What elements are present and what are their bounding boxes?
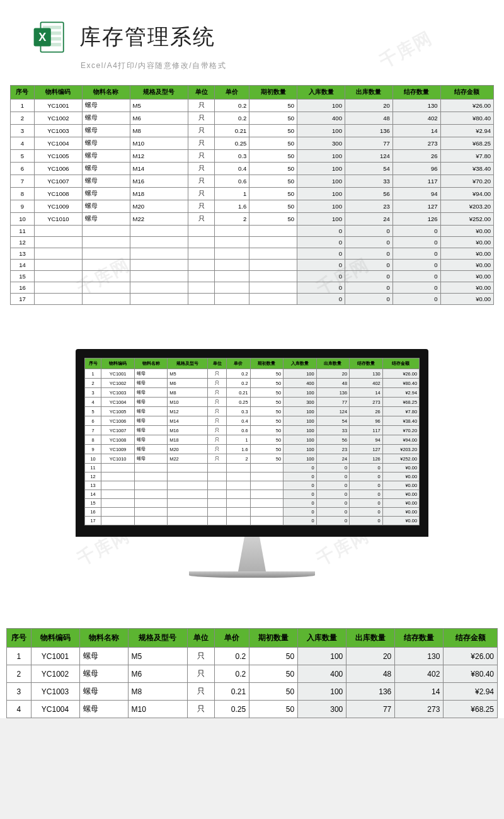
cell: 只: [208, 426, 226, 435]
cell: [208, 508, 226, 517]
cell: [188, 237, 215, 248]
column-header: 出库数量: [346, 629, 395, 648]
cell: M12: [130, 150, 188, 163]
cell: [250, 481, 284, 490]
cell: 50: [249, 188, 297, 200]
cell: 0: [392, 271, 440, 282]
cell: ¥70.20: [382, 426, 419, 435]
column-header: 结存金额: [440, 86, 493, 100]
cell: [250, 499, 284, 508]
cell: 400: [297, 112, 345, 125]
cell: [208, 481, 226, 490]
cell: 0: [392, 294, 440, 305]
cell: 只: [208, 445, 226, 454]
cell: 50: [250, 426, 284, 435]
cell: YC1003: [31, 683, 79, 701]
cell: ¥68.25: [382, 398, 419, 407]
table-row: 2YC1002螺母M6只0.25040048402¥80.40: [11, 112, 494, 125]
cell: 1: [215, 188, 249, 200]
cell: 100: [284, 416, 317, 426]
cell: 0.2: [215, 112, 249, 125]
table-row: 10YC1010螺母M22只25010024126¥252.00: [11, 213, 494, 226]
cell: 13: [85, 481, 101, 490]
cell: 0.2: [226, 379, 250, 388]
cell: [134, 499, 168, 508]
table-row: 3YC1003螺母M8只0.215010013614¥2.94: [85, 388, 420, 398]
cell: 56: [345, 188, 392, 200]
table-row: 2YC1002螺母M6只0.25040048402¥80.40: [85, 379, 420, 388]
cell: M6: [130, 112, 188, 125]
cell: M5: [168, 369, 208, 379]
cell: ¥0.00: [440, 271, 493, 282]
cell: 螺母: [134, 407, 168, 416]
cell: YC1008: [101, 435, 135, 445]
cell: 只: [208, 369, 226, 379]
cell: 7: [85, 426, 101, 435]
cell: 只: [188, 112, 215, 125]
cell: 50: [250, 445, 284, 454]
table-row: 1YC1001螺母M5只0.25010020130¥26.00: [7, 648, 498, 665]
cell: ¥38.40: [440, 163, 493, 175]
cell: [226, 464, 250, 472]
table-row: 14000¥0.00: [85, 490, 420, 499]
cell: 0.2: [214, 665, 249, 683]
cell: 螺母: [82, 100, 130, 112]
cell: 400: [284, 379, 317, 388]
cell: 50: [250, 454, 284, 464]
cell: ¥0.00: [382, 508, 419, 517]
table-row: 5YC1005螺母M12只0.35010012426¥7.80: [85, 407, 420, 416]
cell: ¥0.00: [382, 499, 419, 508]
cell: ¥252.00: [440, 213, 493, 226]
cell: ¥26.00: [444, 648, 498, 665]
cell: 124: [316, 407, 350, 416]
cell: [82, 282, 130, 294]
cell: [82, 226, 130, 237]
column-header: 序号: [7, 629, 32, 648]
cell: 螺母: [134, 454, 168, 464]
cell: YC1002: [31, 665, 79, 683]
cell: 127: [392, 200, 440, 213]
cell: ¥2.94: [440, 125, 493, 137]
cell: 螺母: [134, 398, 168, 407]
page-title: 库存管理系统: [79, 23, 215, 52]
cell: 只: [188, 150, 215, 163]
column-header: 规格及型号: [130, 86, 188, 100]
cell: [250, 464, 284, 472]
cell: [134, 464, 168, 472]
cell: 100: [284, 435, 317, 445]
monitor-mockup: 序号物料编码物料名称规格及型号单位单价期初数量入库数量出库数量结存数量结存金额1…: [0, 324, 504, 597]
cell: [249, 237, 297, 248]
cell: [168, 481, 208, 490]
cell: ¥68.25: [440, 137, 493, 150]
cell: 0: [392, 260, 440, 271]
cell: 50: [250, 416, 284, 426]
cell: 100: [297, 213, 345, 226]
cell: 126: [392, 213, 440, 226]
table-row: 3YC1003螺母M8只0.215010013614¥2.94: [11, 125, 494, 137]
cell: 螺母: [82, 200, 130, 213]
cell: 0: [345, 294, 392, 305]
cell: [249, 294, 297, 305]
cell: M8: [128, 683, 187, 701]
cell: YC1002: [34, 112, 82, 125]
cell: 77: [345, 137, 392, 150]
cell: 1: [7, 648, 32, 665]
cell: 100: [284, 454, 317, 464]
cell: 0: [350, 499, 383, 508]
column-header: 结存金额: [444, 629, 498, 648]
cell: 只: [208, 435, 226, 445]
cell: [130, 282, 188, 294]
cell: [249, 260, 297, 271]
table-row: 4YC1004螺母M10只0.255030077273¥68.25: [85, 398, 420, 407]
cell: 136: [346, 683, 395, 701]
cell: 0: [392, 248, 440, 260]
inventory-table: 序号物料编码物料名称规格及型号单位单价期初数量入库数量出库数量结存数量结存金额1…: [10, 85, 494, 305]
cell: 0.2: [214, 648, 249, 665]
cell: ¥80.40: [444, 665, 498, 683]
cell: YC1004: [31, 701, 79, 718]
cell: YC1007: [101, 426, 135, 435]
table-row: 8YC1008螺母M18只1501005694¥94.00: [85, 435, 420, 445]
table-row: 3YC1003螺母M8只0.215010013614¥2.94: [7, 683, 498, 701]
cell: 100: [298, 683, 346, 701]
table-row: 1YC1001螺母M5只0.25010020130¥26.00: [85, 369, 420, 379]
